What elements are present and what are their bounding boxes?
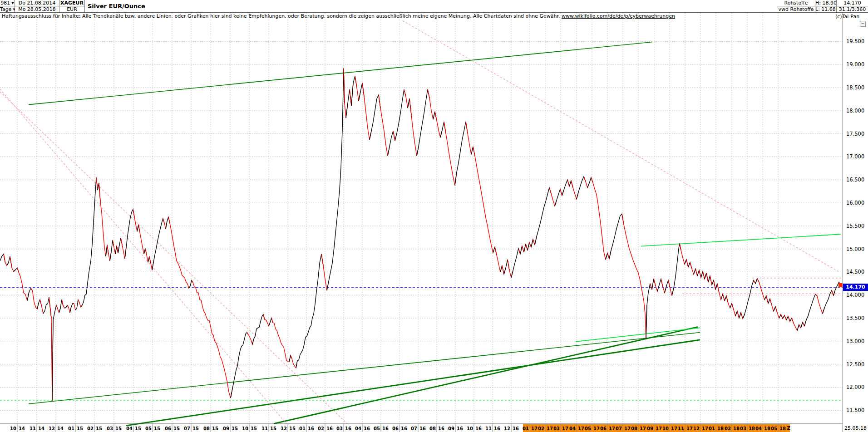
x-axis-month-label: 07: [616, 426, 622, 431]
x-axis-month-label: 02: [725, 426, 731, 431]
price-series-segment: [231, 333, 248, 398]
y-axis-label: 12.500: [846, 361, 864, 368]
price-series-segment: [646, 284, 652, 339]
price-series-segment: [797, 324, 801, 330]
last-price-marker: [838, 283, 843, 287]
price-series-segment: [444, 122, 457, 185]
x-axis-month-label: 12: [693, 426, 700, 431]
x-axis-month-label: 01: [709, 426, 715, 431]
price-series-segment: [757, 279, 766, 300]
price-series-segment: [395, 89, 406, 141]
x-axis-year-label: 17: [547, 426, 553, 431]
trendline-falling-red-1: [0, 89, 286, 424]
x-axis-year-label: 18: [733, 426, 740, 431]
price-series-segment: [815, 294, 824, 314]
y-axis-label: 14.000: [846, 292, 864, 298]
price-series-segment: [743, 280, 755, 319]
x-axis-month-label: 10: [242, 426, 248, 431]
x-axis-year-label: 15: [135, 426, 141, 431]
x-axis-month-label: 03: [107, 426, 113, 431]
x-axis-month-label: 12: [49, 426, 55, 431]
price-series-segment: [591, 177, 607, 260]
trendline-rising-resistance-upper: [29, 42, 652, 104]
price-series-segment: [107, 245, 111, 261]
price-series-segment: [654, 279, 659, 291]
price-series-segment: [10, 256, 15, 272]
price-series-segment: [296, 254, 323, 368]
x-axis-month-label: 09: [448, 426, 454, 431]
y-axis-label: 12.000: [846, 384, 864, 390]
x-axis-month-label: 07: [184, 426, 190, 431]
x-axis-month-label: 01: [68, 426, 74, 431]
y-axis-label: 16.500: [846, 177, 864, 183]
x-axis-month-label: 06: [165, 426, 171, 431]
x-axis-year-label: 17: [702, 426, 708, 431]
x-axis-year-label: 16: [457, 426, 463, 431]
x-axis-month-label: 03: [553, 426, 560, 431]
x-axis-year-label: 15: [77, 426, 83, 431]
price-series-segment: [417, 89, 429, 156]
y-axis-label: 13.000: [846, 338, 864, 344]
price-series-segment: [665, 280, 670, 293]
x-axis-year-label: 14: [19, 426, 25, 431]
x-axis-year-label: 15: [115, 426, 122, 431]
price-chart-canvas: 19.50019.00018.50018.00017.50017.00016.5…: [0, 0, 868, 432]
x-axis-month-label: 12: [281, 426, 287, 431]
x-axis-year-label: 17: [578, 426, 584, 431]
x-axis-year-label: 15: [270, 426, 276, 431]
x-axis-year-label: 17: [671, 426, 677, 431]
trendline-upper-resistance-bright: [641, 234, 841, 246]
y-axis-label: 17.000: [846, 153, 864, 160]
price-series-segment: [31, 288, 39, 309]
price-series-segment: [269, 318, 273, 326]
x-axis-month-label: 11: [678, 426, 684, 431]
price-series-segment: [362, 83, 371, 140]
price-series-segment: [138, 225, 145, 254]
x-axis-year-label: 16: [364, 426, 370, 431]
price-series-segment: [52, 305, 58, 401]
y-axis-label: 13.500: [846, 315, 864, 321]
y-axis-label: 17.500: [846, 131, 864, 137]
price-series-segment: [17, 268, 29, 300]
price-series-segment: [804, 294, 817, 326]
x-axis-month-label: 08: [631, 426, 637, 431]
price-series-segment: [152, 219, 164, 270]
x-axis-year-label: 15: [289, 426, 296, 431]
price-series-segment: [252, 314, 265, 344]
x-axis-month-label: 04: [355, 426, 361, 431]
x-axis-year-label: 15: [96, 426, 102, 431]
price-series-segment: [379, 95, 390, 156]
price-series-segment: [40, 299, 45, 314]
x-axis-month-label: 05: [585, 426, 591, 431]
price-series-segment: [680, 244, 686, 265]
price-series-segment: [710, 276, 714, 285]
chart-window: 981▼ Do 21.08.2014 XAGEUR Silver EUR/Oun…: [0, 0, 868, 432]
x-axis-month-label: 06: [392, 426, 399, 431]
x-axis-month-label: 09: [647, 426, 653, 431]
x-axis-month-label: 01: [299, 426, 306, 431]
x-axis-month-label: 05: [374, 426, 380, 431]
y-axis-label: 11.500: [846, 407, 864, 413]
x-axis-month-label: 08: [203, 426, 210, 431]
x-axis-year-label: 16: [308, 426, 314, 431]
x-axis-year-label: 17: [624, 426, 631, 431]
price-series-segment: [661, 279, 666, 293]
x-axis-month-label: 09: [223, 426, 229, 431]
x-axis-year-label: 18: [717, 426, 724, 431]
x-axis-month-label: 11: [485, 426, 492, 431]
x-axis-year-label: 16: [401, 426, 407, 431]
trendline-falling-red-3: [403, 21, 838, 272]
price-series-segment: [327, 68, 345, 290]
price-series-segment: [81, 177, 98, 307]
price-series-segment: [346, 89, 351, 118]
price-series-segment: [409, 99, 419, 156]
price-series-segment: [56, 305, 60, 313]
price-series-segment: [511, 249, 520, 278]
x-axis-month-label: 05: [145, 426, 152, 431]
x-axis-month-label: 12: [504, 426, 510, 431]
x-axis-year-label: 14: [57, 426, 64, 431]
x-axis-month-label: 03: [336, 426, 343, 431]
current-price-tag: 14.170: [843, 284, 868, 291]
x-axis-year-label: 15: [154, 426, 160, 431]
x-axis-year-label: 16: [419, 426, 426, 431]
